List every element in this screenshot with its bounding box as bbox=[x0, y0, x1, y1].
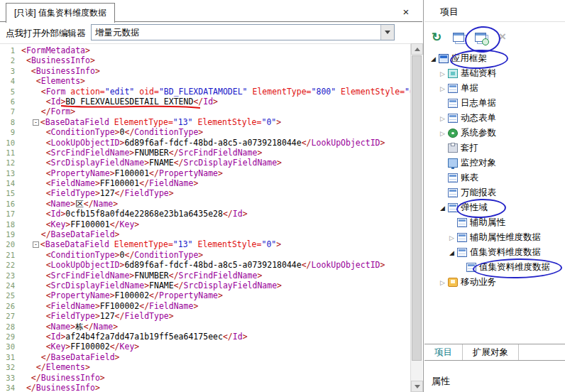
xml-editor[interactable]: 1234567891011121314151617181920212223242… bbox=[0, 43, 410, 392]
tree-collapsed-icon[interactable]: ▷ bbox=[438, 70, 447, 77]
line-number: 8 bbox=[0, 117, 18, 127]
tree-item-bill[interactable]: ▷单据 bbox=[424, 81, 565, 96]
editor-toolbar: 点我打开外部编辑器 增量元数据 bbox=[0, 22, 423, 43]
line-number: 14 bbox=[0, 178, 18, 188]
code-line: <BusinessInfo> bbox=[21, 66, 410, 76]
vertical-scrollbar[interactable] bbox=[410, 43, 422, 392]
project-panel: 项目 ↻× ◢应用框架▷基础资料▷单据日志单据▷动态表单▷系统参数套打监控对象账… bbox=[424, 0, 565, 392]
fold-marker[interactable]: - bbox=[33, 119, 39, 126]
line-number: 22 bbox=[0, 260, 18, 270]
tree-item-app-framework[interactable]: ◢应用框架 bbox=[424, 51, 565, 66]
delete-icon[interactable]: × bbox=[495, 29, 510, 45]
tree-item-label: 值集资料维度数据 bbox=[479, 261, 550, 273]
tree-collapsed-icon[interactable]: ▷ bbox=[438, 130, 447, 137]
code-line: <Elements> bbox=[21, 76, 410, 86]
close-icon[interactable]: × bbox=[399, 4, 413, 18]
line-number: 7 bbox=[0, 107, 18, 116]
tree-collapsed-icon[interactable]: ▷ bbox=[438, 115, 447, 122]
line-number: 6 bbox=[0, 97, 18, 107]
project-tree: ◢应用框架▷基础资料▷单据日志单据▷动态表单▷系统参数套打监控对象账表万能报表◢… bbox=[424, 51, 565, 290]
tree-item-valueset-dimension-data-child[interactable]: 值集资料维度数据 bbox=[424, 260, 565, 275]
line-number: 2 bbox=[0, 55, 18, 65]
tree-item-label: 日志单据 bbox=[461, 97, 496, 109]
line-number: 18 bbox=[0, 219, 18, 229]
code-line: </BaseDataField> bbox=[21, 352, 410, 362]
tree-item-label: 基础资料 bbox=[461, 67, 496, 80]
code-line: <Id>BD_FLEXVALUESDETAIL_EXTEND</Id> bbox=[21, 97, 410, 107]
tree-item-account-table[interactable]: 账表 bbox=[424, 170, 565, 185]
code-line: <ConditionType>0</ConditionType> bbox=[21, 127, 410, 137]
tree-item-label: 辅助属性维度数据 bbox=[470, 232, 541, 244]
line-number: 34 bbox=[0, 383, 18, 392]
scrollbar-thumb[interactable] bbox=[412, 55, 422, 361]
tree-item-valueset-dimension-data[interactable]: ◢值集资料维度数据 bbox=[424, 245, 565, 260]
line-number: 15 bbox=[0, 188, 18, 198]
tree-item-dynamic-form[interactable]: ▷动态表单 bbox=[424, 111, 565, 126]
tree-item-label: 辅助属性 bbox=[470, 217, 505, 229]
code-line: <FieldName>FF100002</FieldName> bbox=[21, 301, 410, 311]
view-xml-icon[interactable] bbox=[473, 29, 488, 45]
metadata-type-combobox[interactable]: 增量元数据 bbox=[91, 24, 395, 40]
table-icon bbox=[466, 263, 476, 272]
panel-splitter[interactable] bbox=[423, 0, 424, 392]
line-number-gutter: 1234567891011121314151617181920212223242… bbox=[0, 44, 18, 392]
line-number: 26 bbox=[0, 301, 18, 311]
line-number: 9 bbox=[0, 127, 18, 137]
code-line: <Name>区</Name> bbox=[21, 199, 410, 209]
phone-icon bbox=[448, 278, 458, 287]
tree-item-label: 弹性域 bbox=[461, 202, 488, 214]
panel-tab-project[interactable]: 项目 bbox=[424, 344, 463, 360]
monitor-icon bbox=[448, 158, 458, 168]
tree-collapsed-icon[interactable]: ▷ bbox=[438, 85, 447, 92]
code-line: <LookUpObjectID>6d89f6af-fdcf-48bd-a8c5-… bbox=[21, 138, 410, 148]
code-line: <PropertyName>F100002</PropertyName> bbox=[21, 290, 410, 300]
code-line: </BaseDataField> bbox=[21, 229, 410, 239]
line-number: 12 bbox=[0, 158, 18, 168]
line-number: 16 bbox=[0, 199, 18, 209]
tree-item-mobile-business[interactable]: ▷移动业务 bbox=[424, 275, 565, 290]
code-line: <PropertyName>F100001</PropertyName> bbox=[21, 168, 410, 178]
table-icon bbox=[448, 114, 458, 123]
tree-item-label: 系统参数 bbox=[461, 127, 496, 139]
line-number: 4 bbox=[0, 76, 18, 86]
new-window-icon[interactable] bbox=[451, 29, 466, 45]
tree-collapsed-icon[interactable]: ▷ bbox=[438, 279, 447, 286]
tree-item-universal-report[interactable]: 万能报表 bbox=[424, 185, 565, 200]
tree-item-aux-attribute[interactable]: 辅助属性 bbox=[424, 215, 565, 230]
tree-collapsed-icon[interactable]: ▷ bbox=[447, 234, 456, 241]
table-icon bbox=[448, 173, 458, 183]
fold-marker[interactable]: - bbox=[33, 241, 39, 248]
panel-tab-extended-objects[interactable]: 扩展对象 bbox=[463, 344, 519, 360]
tree-item-aux-attr-dimension-data[interactable]: ▷辅助属性维度数据 bbox=[424, 230, 565, 245]
open-external-editor-button[interactable]: 点我打开外部编辑器 bbox=[6, 28, 86, 40]
code-line: </Form> bbox=[21, 107, 410, 116]
tree-item-print-template[interactable]: 套打 bbox=[424, 141, 565, 156]
table-icon bbox=[457, 233, 467, 242]
refresh-icon[interactable]: ↻ bbox=[429, 29, 444, 45]
tree-item-system-param[interactable]: ▷系统参数 bbox=[424, 126, 565, 141]
code-line: -<BaseDataField ElementType="13" Element… bbox=[21, 239, 410, 249]
line-number: 25 bbox=[0, 290, 18, 300]
line-number: 13 bbox=[0, 168, 18, 178]
combobox-dropdown-button[interactable] bbox=[380, 25, 394, 40]
cube-icon bbox=[448, 69, 458, 78]
new-window-icon-glyph bbox=[453, 33, 464, 42]
scroll-down-icon[interactable] bbox=[411, 381, 423, 392]
tree-item-basic-data[interactable]: ▷基础资料 bbox=[424, 66, 565, 81]
scroll-up-icon[interactable] bbox=[411, 43, 423, 55]
document-tab[interactable]: [只读] 值集资料维度数据 bbox=[6, 3, 115, 23]
tree-item-monitor-object[interactable]: 监控对象 bbox=[424, 156, 565, 170]
chevron-down-icon bbox=[385, 31, 390, 34]
line-number: 28 bbox=[0, 322, 18, 332]
project-panel-title: 项目 bbox=[440, 6, 459, 18]
tree-item-log-bill[interactable]: 日志单据 bbox=[424, 96, 565, 111]
printer-icon bbox=[448, 143, 458, 153]
combobox-value: 增量元数据 bbox=[95, 27, 140, 39]
tree-item-label: 动态表单 bbox=[461, 112, 496, 124]
tree-expanded-icon[interactable]: ◢ bbox=[429, 55, 438, 62]
tree-expanded-icon[interactable]: ◢ bbox=[438, 205, 447, 212]
tree-expanded-icon[interactable]: ◢ bbox=[447, 249, 456, 256]
table-icon bbox=[448, 99, 458, 108]
properties-panel-title: 属性 bbox=[432, 375, 450, 388]
tree-item-flex-field[interactable]: ◢弹性域 bbox=[424, 200, 565, 215]
